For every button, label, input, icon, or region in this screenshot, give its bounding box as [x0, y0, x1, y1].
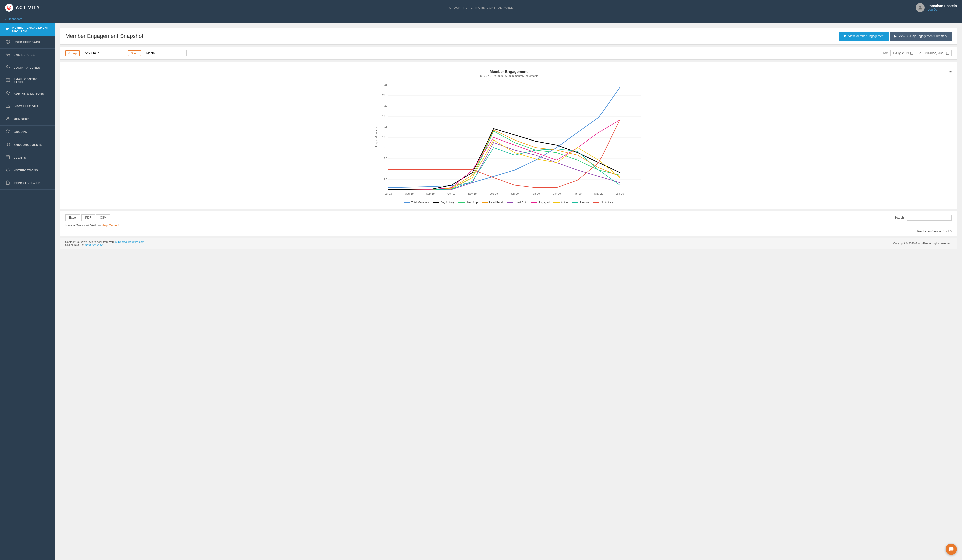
chat-bubble[interactable]	[946, 544, 957, 555]
help-center-link[interactable]: Help Center!	[102, 224, 119, 227]
sidebar-item-members[interactable]: MEMBERS	[0, 113, 55, 126]
filter-bar: Group Scale From 1 July, 2019 To 30 June…	[60, 47, 957, 60]
legend-color-active	[554, 202, 560, 203]
sub-header: Dashboard	[0, 15, 962, 23]
scale-input[interactable]	[144, 50, 187, 56]
svg-point-7	[6, 91, 8, 93]
csv-button[interactable]: CSV	[96, 215, 110, 221]
svg-text:Aug '19: Aug '19	[405, 192, 413, 195]
chart-container: ≡ Member Engagement (2019-07-01 to 2020-…	[60, 61, 957, 209]
phone-text: Call or Text Us!	[65, 244, 84, 247]
search-area: Search:	[894, 215, 952, 221]
sidebar-item-label: EVENTS	[13, 156, 26, 159]
svg-point-2	[8, 42, 8, 43]
svg-text:Sep '19: Sep '19	[426, 192, 435, 195]
avatar	[916, 3, 925, 12]
contact-text: Contact Us? We'd love to hear from you!	[65, 240, 116, 244]
phone-number[interactable]: (949) 424-2264	[84, 244, 103, 247]
svg-point-8	[9, 92, 10, 93]
legend-color-passive	[572, 202, 578, 203]
sidebar-item-groups[interactable]: GROUPS	[0, 126, 55, 139]
report-icon	[5, 180, 11, 186]
chart-svg-container: Unique Members	[65, 77, 952, 199]
member-icon	[5, 116, 11, 122]
svg-text:15: 15	[384, 126, 387, 128]
sidebar-item-member-engagement[interactable]: ❤ MEMBER ENGAGEMENT SNAPSHOT	[0, 23, 55, 36]
svg-text:7.5: 7.5	[384, 157, 387, 160]
version-text: Production Version 1.71.0	[917, 230, 952, 233]
svg-text:5: 5	[386, 168, 387, 170]
page-header: Member Engagement Snapshot ❤ View Member…	[60, 27, 957, 45]
sidebar-item-installations[interactable]: INSTALLATIONS	[0, 100, 55, 113]
group-input[interactable]	[82, 50, 125, 56]
support-email[interactable]: support@groupfire.com	[116, 240, 144, 244]
legend-passive: Passive	[572, 201, 589, 204]
svg-text:Jan '20: Jan '20	[510, 192, 518, 195]
person-x-icon	[5, 65, 11, 70]
legend-color-no-activity	[593, 202, 599, 203]
heart-icon: ❤	[5, 27, 9, 32]
contact-left: Contact Us? We'd love to hear from you! …	[65, 240, 144, 247]
line-used-app	[388, 131, 620, 190]
legend-color-engaged	[531, 202, 537, 203]
app-logo-icon: 🎯	[5, 3, 13, 11]
date-to-input[interactable]: 30 June, 2020	[923, 50, 952, 56]
bottom-bar-row1: Excel PDF CSV Search:	[65, 215, 952, 221]
pdf-button[interactable]: PDF	[81, 215, 95, 221]
chart-menu-icon[interactable]: ≡	[949, 69, 952, 74]
bottom-bar: Excel PDF CSV Search: Have a Question? V…	[60, 211, 957, 236]
breadcrumb-dashboard[interactable]: Dashboard	[5, 17, 22, 21]
svg-point-12	[8, 130, 10, 131]
svg-text:10: 10	[384, 147, 387, 149]
line-no-activity	[388, 120, 620, 187]
sidebar-item-announcements[interactable]: ANNOUNCEMENTS	[0, 139, 55, 151]
sidebar-item-label: MEMBERS	[13, 118, 29, 121]
sidebar-item-notifications[interactable]: NOTIFICATIONS	[0, 164, 55, 177]
chart-subtitle: (2019-07-01 to 2020-06-30 in monthly inc…	[65, 74, 952, 77]
date-from-input[interactable]: 1 July, 2019	[890, 50, 916, 56]
sidebar-item-sms-replies[interactable]: SMS REPLIES	[0, 48, 55, 61]
svg-point-10	[7, 117, 8, 119]
svg-text:May '20: May '20	[594, 192, 603, 195]
sidebar-item-label: REPORT VIEWER	[13, 182, 40, 185]
logout-link[interactable]: Log Out	[928, 8, 957, 11]
sidebar-item-label: LOGIN FAILURES	[13, 66, 40, 69]
legend-used-email: Used Email	[481, 201, 503, 204]
svg-marker-13	[6, 143, 8, 146]
svg-rect-18	[910, 52, 914, 55]
chart-title: Member Engagement	[65, 69, 952, 74]
view-engagement-button[interactable]: ❤ View Member Engagement	[839, 32, 889, 40]
sidebar-item-login-failures[interactable]: LOGIN FAILURES	[0, 61, 55, 74]
legend-used-app: Used App	[458, 201, 478, 204]
svg-text:22.5: 22.5	[382, 94, 387, 97]
svg-text:20: 20	[384, 105, 387, 107]
scale-filter-tag[interactable]: Scale	[128, 50, 141, 56]
layout: ❤ MEMBER ENGAGEMENT SNAPSHOT USER FEEDBA…	[0, 23, 962, 560]
view-summary-button[interactable]: ▶ View 30-Day Engagement Summary	[890, 32, 952, 40]
user-area: Jonathan Epstein Log Out	[916, 3, 957, 12]
svg-text:17.5: 17.5	[382, 115, 387, 118]
svg-text:Oct '19: Oct '19	[447, 192, 455, 195]
sidebar-item-user-feedback[interactable]: USER FEEDBACK	[0, 36, 55, 48]
export-buttons: Excel PDF CSV	[65, 215, 110, 221]
svg-text:Dec '19: Dec '19	[489, 192, 498, 195]
sidebar-item-email-control[interactable]: EMAIL CONTROL PANEL	[0, 74, 55, 87]
chart-svg: Unique Members	[65, 77, 952, 198]
line-engaged	[388, 120, 620, 190]
chart-wrapper: ≡ Member Engagement (2019-07-01 to 2020-…	[65, 69, 952, 204]
legend-color-total-members	[404, 202, 410, 203]
search-input[interactable]	[907, 215, 952, 221]
group-filter-tag[interactable]: Group	[65, 50, 80, 56]
y-axis-label: Unique Members	[374, 127, 378, 148]
excel-button[interactable]: Excel	[65, 215, 80, 221]
user-info: Jonathan Epstein Log Out	[928, 4, 957, 11]
sidebar-item-report-viewer[interactable]: REPORT VIEWER	[0, 177, 55, 190]
sidebar-item-label: SMS REPLIES	[13, 53, 35, 56]
page-title: Member Engagement Snapshot	[65, 33, 143, 39]
sidebar-item-admins-editors[interactable]: ADMINS & EDITORS	[0, 87, 55, 100]
main-content: Member Engagement Snapshot ❤ View Member…	[55, 23, 962, 560]
header-buttons: ❤ View Member Engagement ▶ View 30-Day E…	[839, 32, 952, 40]
svg-point-0	[919, 6, 921, 8]
sidebar-item-events[interactable]: EVENTS	[0, 151, 55, 164]
svg-rect-14	[6, 155, 10, 159]
